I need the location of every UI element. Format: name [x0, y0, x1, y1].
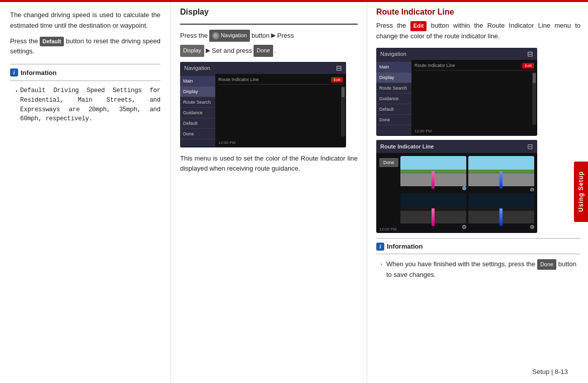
right-body-prefix: Press the	[376, 22, 406, 29]
left-info-label: Information	[21, 69, 57, 76]
arrow-right-2: ▶	[206, 45, 210, 56]
sidebar-right-default: Default	[376, 104, 411, 115]
info-text-prefix: When you have finished with the settings…	[386, 260, 535, 268]
ril-color-options	[400, 156, 534, 229]
nav-main-header: Route Indicator Line Edit	[218, 77, 343, 85]
sidebar-display: Display	[180, 87, 215, 97]
left-paragraph1: The changed driving speed is used to cal…	[10, 10, 160, 31]
middle-column: Display Press the ⊙ Navigation button ▶ …	[171, 0, 367, 383]
nav-screen-body: Main Display Route Search Guidance Defau…	[180, 74, 346, 146]
ril-body: Done	[376, 153, 537, 232]
press-middle-word: Press	[277, 30, 294, 41]
right-tab-label: Using Setup	[577, 171, 584, 212]
ril-title: Route Indicator Line	[380, 143, 434, 149]
nav-screen-right-title: Navigation	[380, 51, 406, 57]
press-label: Press the	[180, 30, 208, 41]
right-info-box: i Information When you have finished wit…	[376, 238, 580, 280]
period: .	[275, 45, 277, 56]
right-section-title: Route Indicator Line	[376, 8, 580, 17]
radio-pink-day[interactable]	[462, 186, 466, 190]
edit-btn-small[interactable]: Edit	[331, 77, 343, 83]
route-indicator-label-right: Route Indicator Line	[414, 63, 455, 68]
nav-main-header-right: Route Indicator Line Edit	[414, 63, 534, 70]
radio-pink-night[interactable]	[462, 225, 466, 229]
nav-screen-middle: Navigation ⊟ Main Display Route Search G…	[180, 62, 346, 147]
ril-time: 12:00 PM	[379, 227, 396, 232]
nav-scroll[interactable]	[341, 87, 345, 136]
right-info-title: i Information	[376, 243, 580, 251]
nav-screen-icon: ⊟	[336, 64, 342, 72]
sidebar-route: Route Search	[180, 97, 215, 108]
nav-main-area: Route Indicator Line Edit 12:00 PM	[215, 74, 346, 146]
nav-screen-right: Navigation ⊟ Main Display Route Search G…	[376, 48, 537, 136]
ril-done-btn[interactable]: Done	[379, 158, 398, 167]
sidebar-main: Main	[180, 76, 215, 87]
sidebar-right-done: Done	[376, 115, 411, 125]
nav-main-area-right: Route Indicator Line Edit 12:00 PM	[411, 60, 537, 135]
ril-header: Route Indicator Line ⊟	[376, 140, 537, 153]
color-option-pink-night[interactable]	[400, 193, 466, 229]
sidebar-right-main: Main	[376, 62, 411, 72]
press-prefix: Press the	[10, 37, 38, 45]
left-column: The changed driving speed is used to cal…	[0, 0, 171, 383]
mid-description: This menu is used to set the color of th…	[180, 154, 358, 175]
edit-inline-btn[interactable]: Edit	[410, 21, 427, 31]
sidebar-done: Done	[180, 129, 215, 139]
color-option-pink-day[interactable]	[400, 156, 466, 192]
road-image-blue-day	[468, 156, 534, 186]
nav-sidebar: Main Display Route Search Guidance Defau…	[180, 74, 215, 146]
road-image-blue-night	[468, 193, 534, 223]
nav-screen-right-header: Navigation ⊟	[376, 48, 537, 60]
nav-screen-header: Navigation ⊟	[180, 62, 346, 74]
scroll-thumb	[342, 87, 345, 97]
edit-btn-small-right[interactable]: Edit	[522, 63, 534, 68]
radio-blue-day[interactable]	[530, 188, 534, 192]
info-icon: i	[10, 68, 18, 76]
button-word: button	[251, 30, 270, 41]
route-indicator-label: Route Indicator Line	[218, 77, 259, 82]
nav-scroll-right[interactable]	[532, 72, 536, 125]
breadcrumb: Press the ⊙ Navigation button ▶ Press	[180, 30, 358, 42]
right-section-body: Press the Edit button within the Route I…	[376, 21, 580, 42]
display-title: Display	[180, 8, 259, 17]
set-press-label: Set and press	[212, 45, 252, 56]
sidebar-right-display: Display	[376, 72, 411, 83]
left-info-list: Default Driving Speed Settings for Resid…	[10, 86, 160, 124]
right-info-item-1: When you have finished with the settings…	[380, 259, 580, 280]
sidebar-right-route: Route Search	[376, 83, 411, 94]
nav-sidebar-right: Main Display Route Search Guidance Defau…	[376, 60, 411, 135]
left-info-box: i Information Default Driving Speed Sett…	[10, 64, 160, 124]
page-footer: Setup | 8-13	[532, 368, 568, 375]
right-info-label: Information	[387, 243, 423, 250]
page-container: The changed driving speed is used to cal…	[0, 0, 588, 383]
done-btn-info[interactable]: Done	[537, 259, 556, 270]
navigation-button[interactable]: ⊙ Navigation	[209, 30, 250, 42]
nav-circle-icon: ⊙	[212, 32, 219, 39]
footer-page: 8-13	[555, 368, 568, 375]
right-column: Route Indicator Line Press the Edit butt…	[367, 0, 588, 383]
right-info-list: When you have finished with the settings…	[376, 259, 580, 280]
right-body-middle: button within the Route Indicator Line m…	[376, 22, 580, 40]
display-button[interactable]: Display	[180, 45, 204, 57]
breadcrumb-row2: Display ▶ Set and press Done .	[180, 45, 358, 57]
right-tab: Using Setup	[574, 162, 588, 222]
route-indicator-screen: Route Indicator Line ⊟ Done	[376, 140, 537, 233]
road-image-pink-night	[400, 193, 466, 223]
right-info-divider	[376, 254, 580, 254]
radio-blue-night[interactable]	[530, 225, 534, 229]
color-option-blue-night[interactable]	[468, 193, 534, 229]
default-button[interactable]: Default	[40, 37, 63, 47]
display-section-header: Display	[180, 8, 358, 25]
color-option-blue-day[interactable]	[468, 156, 534, 192]
arrow-right-1: ▶	[271, 30, 276, 41]
left-info-divider	[10, 81, 160, 81]
scroll-thumb-right	[533, 73, 536, 83]
nav-time: 12:00 PM	[218, 140, 235, 145]
nav-screen-right-body: Main Display Route Search Guidance Defau…	[376, 60, 537, 135]
left-info-item-1: Default Driving Speed Settings for Resid…	[14, 86, 160, 124]
done-button-mid[interactable]: Done	[254, 45, 273, 57]
left-info-title: i Information	[10, 68, 160, 76]
road-image-pink-day	[400, 156, 466, 186]
sidebar-guidance: Guidance	[180, 108, 215, 118]
footer-label: Setup	[532, 368, 549, 375]
